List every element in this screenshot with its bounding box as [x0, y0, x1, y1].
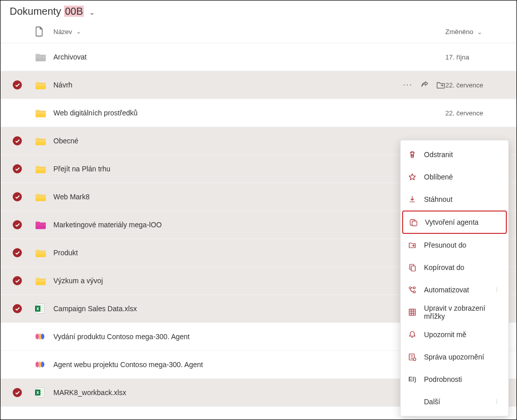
menu-item-alerts[interactable]: Správa upozornění [401, 346, 508, 368]
alerts-icon [408, 353, 417, 361]
selected-check-icon[interactable] [13, 276, 22, 285]
row-type-icon [35, 276, 53, 285]
more-actions-icon[interactable]: ··· [403, 80, 413, 89]
row-modified: 22. července [445, 109, 506, 117]
row-type-icon [35, 164, 53, 173]
file-row[interactable]: Web digitálních prostředků22. července [1, 99, 516, 127]
menu-item-agent[interactable]: Vytvoření agenta [402, 211, 507, 234]
selected-check-icon[interactable] [13, 220, 22, 229]
menu-item-label: Upravit v zobrazení mřížky [424, 304, 501, 320]
selected-check-icon[interactable] [13, 192, 22, 201]
selected-check-icon[interactable] [13, 164, 22, 173]
move-icon [408, 241, 417, 249]
menu-item-grid[interactable]: Upravit v zobrazení mřížky [401, 301, 508, 323]
breadcrumb-text-suffix: 00B [64, 6, 84, 17]
row-type-icon [35, 387, 53, 398]
selected-check-icon[interactable] [13, 136, 22, 145]
column-name[interactable]: Název⌄ [53, 28, 384, 36]
file-row[interactable]: Návrh··· 22. července [1, 71, 516, 99]
menu-item-copy[interactable]: Kopírovat do [401, 256, 508, 279]
row-type-icon [35, 360, 53, 370]
menu-item-label: Správa upozornění [424, 353, 484, 361]
copy-icon [408, 263, 417, 272]
breadcrumb[interactable]: Dokumenty 00B ⌄ [1, 1, 516, 20]
chevron-down-icon: ⌄ [76, 28, 81, 35]
chevron-down-icon[interactable]: ⌄ [89, 8, 95, 16]
chevron-down-icon: ⌄ [477, 29, 482, 35]
row-type-icon [35, 332, 53, 342]
row-name[interactable]: Návrh [53, 81, 384, 89]
menu-item-flow[interactable]: Automatizovat〉 [401, 279, 508, 301]
row-type-icon [35, 136, 53, 145]
chevron-right-icon: 〉 [495, 398, 501, 406]
row-name[interactable]: Obecné [53, 137, 384, 145]
column-header: Název⌄ Změněno⌄ [1, 20, 516, 43]
row-type-icon [35, 108, 53, 117]
menu-item-label: Vytvoření agenta [425, 218, 478, 226]
row-modified: 17. října [445, 53, 506, 61]
svg-point-16 [409, 287, 411, 289]
row-type-icon [35, 192, 53, 201]
context-menu: OdstranitOblíbenéStáhnoutVytvoření agent… [400, 140, 509, 416]
menu-item-bell[interactable]: Upozornit mě [401, 323, 508, 346]
download-icon [408, 195, 417, 203]
breadcrumb-text-prefix: Dokumenty [10, 6, 64, 17]
row-name[interactable]: Web digitálních prostředků [53, 109, 384, 117]
share-icon[interactable] [420, 80, 429, 89]
menu-item-label: Automatizovat [424, 286, 469, 294]
selected-check-icon[interactable] [13, 80, 22, 89]
grid-icon [408, 308, 417, 316]
row-name[interactable]: Výzkum a vývoj [53, 277, 384, 285]
selected-check-icon[interactable] [13, 248, 22, 257]
menu-item-label: Kopírovat do [424, 263, 464, 272]
row-name[interactable]: Produkt [53, 249, 384, 257]
svg-point-21 [413, 358, 416, 361]
row-name[interactable]: Marketingové materiály mega-lOO [53, 221, 384, 229]
row-name[interactable]: Přejít na Plán trhu [53, 165, 384, 173]
row-name[interactable]: Web Mark8 [53, 193, 384, 201]
row-name[interactable]: Vydání produktu Contoso mega-300. Agent [53, 333, 384, 341]
details-icon: El) [408, 376, 417, 383]
svg-rect-15 [411, 266, 415, 271]
menu-item-details[interactable]: El)Podrobnosti [401, 368, 508, 391]
menu-item-star[interactable]: Oblíbené [401, 166, 508, 188]
menu-item-label: Další [424, 398, 440, 406]
row-name[interactable]: Agent webu projektu Contoso mega-300. Ag… [53, 361, 384, 369]
row-name[interactable]: Campaign Sales Data.xlsx [53, 305, 384, 313]
row-type-icon [35, 303, 53, 314]
menu-item-move[interactable]: Přesunout do [401, 234, 508, 256]
menu-item-download[interactable]: Stáhnout [401, 188, 508, 211]
row-modified: 22. července [445, 81, 506, 89]
menu-item-trash[interactable]: Odstranit [401, 143, 508, 166]
svg-point-17 [413, 291, 415, 293]
svg-rect-19 [409, 309, 415, 315]
agent-icon [409, 218, 418, 227]
row-type-icon [35, 52, 53, 62]
folder-move-icon[interactable] [436, 80, 445, 89]
menu-item-more[interactable]: Další〉 [401, 391, 508, 413]
menu-item-label: Odstranit [424, 151, 453, 159]
bell-icon [408, 331, 417, 339]
column-modified[interactable]: Změněno⌄ [445, 28, 506, 36]
selected-check-icon[interactable] [13, 304, 22, 313]
star-icon [408, 173, 417, 181]
row-name[interactable]: MARK8_workback.xlsx [53, 388, 384, 397]
chevron-right-icon: 〉 [495, 286, 501, 294]
flow-icon [408, 286, 417, 294]
menu-item-label: Upozornit mě [424, 331, 466, 339]
row-type-icon [35, 248, 53, 257]
menu-item-label: Stáhnout [424, 195, 452, 203]
row-type-icon [35, 220, 53, 229]
menu-item-label: Oblíbené [424, 173, 453, 181]
file-header-icon[interactable] [35, 26, 53, 37]
menu-item-label: Podrobnosti [424, 375, 462, 383]
row-name[interactable]: Archivovat [53, 53, 384, 61]
row-type-icon [35, 80, 53, 89]
svg-rect-13 [412, 221, 416, 225]
selected-check-icon[interactable] [13, 388, 22, 397]
menu-item-label: Přesunout do [424, 241, 466, 249]
trash-icon [408, 151, 417, 159]
svg-point-18 [413, 287, 415, 289]
file-row[interactable]: Archivovat17. října [1, 43, 516, 71]
